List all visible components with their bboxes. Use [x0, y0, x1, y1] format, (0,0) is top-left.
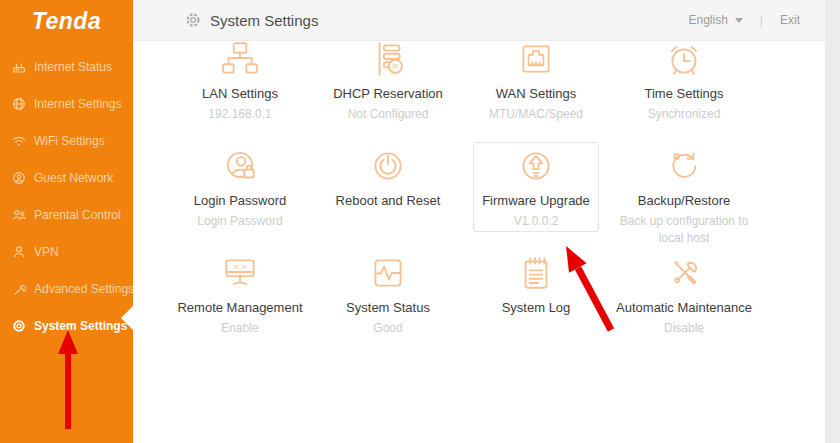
tile-label: Automatic Maintenance — [610, 300, 758, 315]
tile-dhcp-reservation[interactable]: IPDHCP ReservationNot Configured — [314, 36, 462, 143]
modem-icon — [12, 60, 26, 74]
sidebar-item-guest-network[interactable]: Guest Network — [0, 159, 133, 196]
wifi-icon — [12, 134, 26, 148]
wrench-icon — [12, 282, 26, 296]
sidebar-item-label: VPN — [34, 245, 59, 259]
sidebar-item-label: Internet Settings — [34, 97, 121, 111]
tile-label: Remote Management — [166, 300, 314, 315]
sidebar-item-internet-settings[interactable]: Internet Settings — [0, 85, 133, 122]
settings-grid: LAN Settings192.168.0.1IPDHCP Reservatio… — [166, 36, 758, 357]
tile-time-settings[interactable]: Time SettingsSynchronized — [610, 36, 758, 143]
tile-subtitle: 192.168.0.1 — [166, 106, 314, 123]
sidebar-item-label: Internet Status — [34, 60, 112, 74]
ethernet-port-icon — [462, 36, 610, 82]
page-title: System Settings — [210, 12, 318, 29]
sidebar-item-label: Parental Control — [34, 208, 121, 222]
power-icon — [314, 143, 462, 189]
tile-label: Firmware Upgrade — [462, 193, 610, 208]
svg-text:< >: < > — [234, 262, 246, 272]
chevron-down-icon — [735, 18, 743, 23]
restore-arrow-icon — [610, 143, 758, 189]
pulse-square-icon — [314, 250, 462, 296]
tile-label: Time Settings — [610, 86, 758, 101]
sidebar-item-system-settings[interactable]: System Settings — [0, 307, 133, 344]
divider: | — [760, 13, 763, 27]
tile-subtitle: MTU/MAC/Speed — [462, 106, 610, 123]
tile-label: LAN Settings — [166, 86, 314, 101]
exit-button[interactable]: Exit — [780, 13, 800, 27]
sidebar-item-wifi-settings[interactable]: WiFi Settings — [0, 122, 133, 159]
tile-label: System Log — [462, 300, 610, 315]
sidebar-item-vpn[interactable]: VPN — [0, 233, 133, 270]
upload-arrow-icon — [462, 143, 610, 189]
sidebar-menu: Internet StatusInternet SettingsWiFi Set… — [0, 48, 133, 344]
user-lock-icon — [166, 143, 314, 189]
sidebar-item-internet-status[interactable]: Internet Status — [0, 48, 133, 85]
tools-icon — [610, 250, 758, 296]
sidebar-item-label: Advanced Settings — [34, 282, 134, 296]
language-label: English — [689, 13, 728, 27]
svg-text:IP: IP — [392, 63, 398, 70]
sidebar: Tenda Internet StatusInternet SettingsWi… — [0, 0, 133, 443]
tile-subtitle: Enable — [166, 320, 314, 337]
sidebar-item-label: System Settings — [34, 319, 127, 333]
tile-system-status[interactable]: System StatusGood — [314, 250, 462, 357]
dhcp-ip-list-icon: IP — [314, 36, 462, 82]
sidebar-item-advanced-settings[interactable]: Advanced Settings — [0, 270, 133, 307]
tile-lan-settings[interactable]: LAN Settings192.168.0.1 — [166, 36, 314, 143]
tile-backup-restore[interactable]: Backup/RestoreBack up configuration to l… — [610, 143, 758, 250]
guest-user-icon — [12, 171, 26, 185]
tile-label: Login Password — [166, 193, 314, 208]
main-area: System Settings English | Exit LAN Setti… — [133, 0, 840, 443]
tile-wan-settings[interactable]: WAN SettingsMTU/MAC/Speed — [462, 36, 610, 143]
tile-subtitle: Not Configured — [314, 106, 462, 123]
tile-firmware-upgrade[interactable]: Firmware UpgradeV1.0.0.2 — [462, 143, 610, 250]
tile-reboot-and-reset[interactable]: Reboot and Reset — [314, 143, 462, 250]
gear-icon — [185, 12, 201, 28]
active-item-notch — [121, 306, 133, 330]
tile-subtitle: Good — [314, 320, 462, 337]
tile-subtitle: Back up configuration to local host — [610, 213, 758, 247]
tenda-logo: Tenda — [0, 8, 133, 35]
tile-label: Backup/Restore — [610, 193, 758, 208]
vpn-user-icon — [12, 245, 26, 259]
tenda-admin-page: Tenda Internet StatusInternet SettingsWi… — [0, 0, 840, 443]
tile-label: Reboot and Reset — [314, 193, 462, 208]
header-actions: English | Exit — [689, 0, 801, 40]
tile-subtitle: Synchronized — [610, 106, 758, 123]
tile-subtitle: Login Password — [166, 213, 314, 230]
header: System Settings English | Exit — [133, 0, 840, 41]
scrollbar-track[interactable] — [825, 0, 840, 443]
sidebar-item-label: Guest Network — [34, 171, 113, 185]
tile-label: DHCP Reservation — [314, 86, 462, 101]
sidebar-item-label: WiFi Settings — [34, 134, 105, 148]
tile-label: WAN Settings — [462, 86, 610, 101]
lan-topology-icon — [166, 36, 314, 82]
parental-users-icon — [12, 208, 26, 222]
monitor-code-icon: < > — [166, 250, 314, 296]
language-dropdown[interactable]: English — [689, 13, 743, 27]
globe-icon — [12, 97, 26, 111]
tile-login-password[interactable]: Login PasswordLogin Password — [166, 143, 314, 250]
sidebar-item-parental-control[interactable]: Parental Control — [0, 196, 133, 233]
notepad-icon — [462, 250, 610, 296]
tile-label: System Status — [314, 300, 462, 315]
tile-system-log[interactable]: System Log — [462, 250, 610, 357]
gear-icon — [12, 319, 26, 333]
tile-remote-management[interactable]: < >Remote ManagementEnable — [166, 250, 314, 357]
tile-automatic-maintenance[interactable]: Automatic MaintenanceDisable — [610, 250, 758, 357]
tile-subtitle: Disable — [610, 320, 758, 337]
alarm-clock-icon — [610, 36, 758, 82]
tile-subtitle: V1.0.0.2 — [462, 213, 610, 230]
